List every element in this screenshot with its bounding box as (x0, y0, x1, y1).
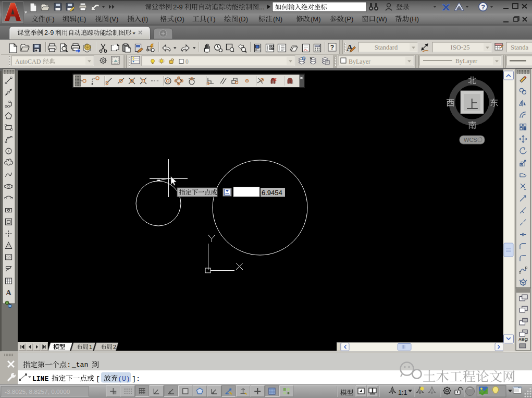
svg-text:AutoCAD: AutoCAD (15, 58, 41, 65)
svg-text:(M): (M) (311, 15, 321, 23)
svg-text:2-9: 2-9 (173, 3, 183, 11)
svg-text:ISO-25: ISO-25 (451, 44, 470, 51)
svg-text:?: ? (330, 44, 334, 51)
svg-text:(V): (V) (109, 15, 118, 23)
svg-text:(U): (U) (118, 375, 130, 383)
svg-text:(E): (E) (77, 15, 86, 23)
svg-text:6.9454: 6.9454 (262, 189, 282, 197)
svg-text:WCS: WCS (464, 137, 477, 143)
svg-text:_tan: _tan (71, 361, 88, 369)
svg-text:(D): (D) (239, 15, 248, 23)
svg-text:(W): (W) (376, 15, 387, 23)
svg-text:(F): (F) (46, 15, 55, 23)
svg-text:?: ? (481, 4, 485, 11)
svg-text:(H): (H) (410, 15, 419, 23)
svg-text:LINE: LINE (32, 375, 48, 383)
svg-text:(P): (P) (344, 15, 353, 23)
svg-text:Standard: Standard (375, 44, 398, 51)
svg-text:]:: ]: (132, 375, 140, 383)
svg-text:2: 2 (113, 344, 116, 350)
svg-text:...: ... (259, 3, 265, 11)
svg-text:(O): (O) (175, 15, 184, 23)
svg-text:1:1: 1:1 (398, 389, 407, 396)
svg-text::: : (67, 361, 71, 369)
svg-text:(N): (N) (273, 15, 282, 23)
svg-text:A: A (6, 288, 11, 297)
svg-text:*: * (132, 30, 135, 38)
svg-text:Standa: Standa (511, 44, 528, 51)
svg-text:(T): (T) (207, 15, 216, 23)
svg-text:2-9: 2-9 (44, 29, 54, 37)
svg-text:ByLayer: ByLayer (455, 57, 477, 65)
svg-text:1: 1 (89, 344, 92, 350)
svg-text:-3.8025, 8.8257, 0.0000: -3.8025, 8.8257, 0.0000 (5, 388, 70, 395)
svg-text:0: 0 (185, 58, 189, 65)
svg-text:[: [ (96, 375, 100, 383)
svg-text:ByLayer: ByLayer (349, 58, 370, 65)
svg-text:(I): (I) (142, 15, 148, 23)
